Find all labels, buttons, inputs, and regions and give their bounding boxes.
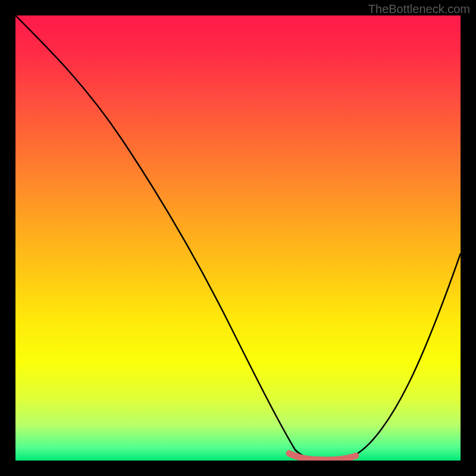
- bottleneck-curve-path: [15, 15, 461, 459]
- chart-plot-area: [15, 15, 461, 461]
- watermark-text: TheBottleneck.com: [368, 2, 470, 16]
- optimal-range-highlight: [289, 453, 356, 460]
- chart-svg: [15, 15, 461, 461]
